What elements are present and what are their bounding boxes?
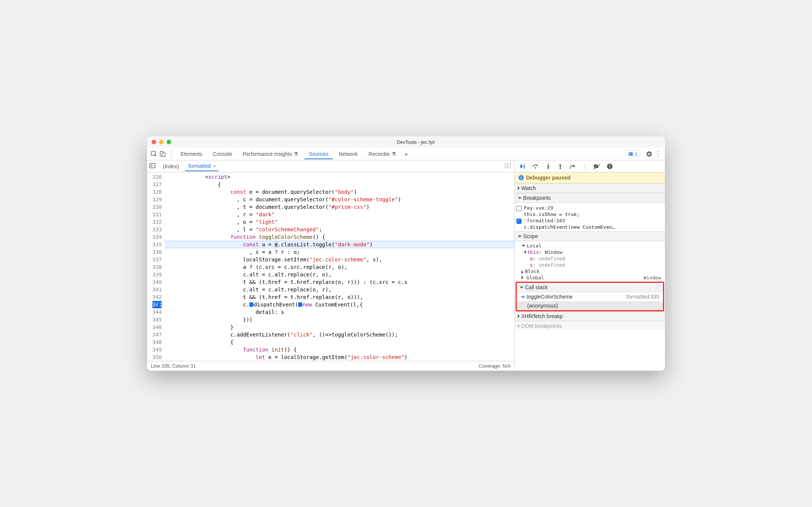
dom-label: DOM breakpoints bbox=[521, 323, 562, 329]
tab-elements[interactable]: Elements bbox=[176, 149, 207, 159]
scope-global[interactable]: GlobalWindow bbox=[515, 275, 665, 281]
svg-rect-19 bbox=[609, 167, 610, 168]
chevron-right-icon bbox=[522, 276, 523, 279]
file-tab-index[interactable]: (index) bbox=[161, 162, 181, 171]
cursor-position: Line 335, Column 31 bbox=[151, 363, 196, 369]
inspect-icon[interactable] bbox=[150, 150, 158, 158]
breakpoint-preview: c.dispatchEvent(new CustomEven… bbox=[515, 224, 665, 230]
settings-icon[interactable] bbox=[645, 150, 653, 158]
watch-panel-header[interactable]: Watch bbox=[515, 183, 665, 193]
step-into-icon[interactable] bbox=[546, 163, 551, 169]
zoom-window-button[interactable] bbox=[167, 140, 171, 144]
watch-label: Watch bbox=[521, 185, 536, 191]
flask-icon: ⚗ bbox=[391, 151, 396, 157]
code-editor[interactable]: 3263273283293303313323333343353363373383… bbox=[147, 172, 514, 361]
step-out-icon[interactable] bbox=[558, 163, 563, 169]
chevron-right-icon bbox=[518, 324, 520, 328]
xhr-label: XHR/fetch breakp bbox=[521, 313, 563, 319]
chevron-right-icon bbox=[518, 314, 520, 318]
navigator-toggle-icon[interactable] bbox=[149, 163, 157, 170]
chevron-down-icon bbox=[522, 245, 525, 247]
kebab-menu-icon[interactable]: ⋮ bbox=[654, 150, 662, 158]
paused-label: Debugger paused bbox=[526, 175, 570, 181]
svg-rect-14 bbox=[570, 166, 574, 166]
tab-performance-insights[interactable]: Performance insights ⚗ bbox=[238, 149, 303, 159]
step-icon[interactable] bbox=[570, 164, 576, 169]
minimize-window-button[interactable] bbox=[159, 140, 164, 144]
callstack-frame[interactable]: (anonymous) bbox=[517, 301, 663, 310]
breakpoints-panel-body: Pay.vue:29 this.isShow = true; :formatte… bbox=[515, 203, 665, 231]
chevron-right-icon bbox=[518, 186, 520, 190]
close-icon[interactable]: × bbox=[213, 163, 216, 169]
issues-button[interactable]: 1 bbox=[626, 150, 640, 157]
svg-rect-8 bbox=[524, 164, 525, 169]
main-content: (index) :formatted × 3263273283293303313… bbox=[147, 160, 665, 371]
svg-point-11 bbox=[547, 168, 549, 169]
panel-tabbar: Elements Console Performance insights ⚗ … bbox=[147, 148, 665, 160]
callstack-label: Call stack bbox=[525, 284, 548, 290]
window-title: DevTools - jec.fyi/ bbox=[171, 139, 660, 145]
current-frame-icon: ➔ bbox=[520, 294, 525, 300]
scope-label: Scope bbox=[523, 233, 538, 239]
breakpoint-title: Pay.vue:29 bbox=[524, 205, 553, 211]
chevron-down-icon bbox=[518, 235, 522, 237]
breakpoint-item[interactable]: :formatted:343 bbox=[515, 217, 665, 224]
line-gutter[interactable]: 3263273283293303313323333343353363373383… bbox=[147, 172, 165, 361]
frame-name: (anonymous) bbox=[520, 303, 558, 309]
callstack-frame[interactable]: ➔toggleColorScheme :formatted:335 bbox=[517, 292, 663, 301]
tab-network[interactable]: Network bbox=[334, 149, 362, 159]
code-content[interactable]: <script> { const e = document.querySelec… bbox=[165, 172, 514, 361]
frame-location: :formatted:335 bbox=[626, 294, 659, 300]
code-run-icon[interactable] bbox=[505, 163, 512, 170]
tab-sources[interactable]: Sources bbox=[304, 149, 332, 159]
debugger-pane: i Debugger paused Watch Breakpoints Pay.… bbox=[515, 160, 665, 371]
svg-point-15 bbox=[570, 167, 571, 169]
file-tab-label: :formatted bbox=[187, 163, 211, 169]
device-toggle-icon[interactable] bbox=[159, 150, 167, 158]
tab-recorder[interactable]: Recorder ⚗ bbox=[364, 149, 401, 159]
devtools-window: DevTools - jec.fyi/ Elements Console Per… bbox=[147, 136, 665, 371]
dom-breakpoints-header[interactable]: DOM breakpoints bbox=[515, 321, 665, 330]
coverage-status: Coverage: N/A bbox=[479, 363, 511, 369]
scope-var-s: s: undefined bbox=[515, 262, 665, 268]
more-tabs-icon[interactable]: » bbox=[402, 150, 410, 158]
svg-rect-3 bbox=[629, 152, 633, 155]
chevron-right-icon bbox=[525, 250, 526, 254]
checkbox-checked[interactable] bbox=[516, 219, 522, 224]
deactivate-breakpoints-icon[interactable] bbox=[593, 163, 600, 169]
scope-local[interactable]: Local bbox=[515, 243, 665, 249]
chevron-down-icon bbox=[518, 197, 522, 199]
xhr-breakpoints-header[interactable]: XHR/fetch breakp bbox=[515, 311, 665, 321]
scope-var-a: a: undefined bbox=[515, 255, 665, 262]
call-stack-section: Call stack ➔toggleColorScheme :formatted… bbox=[516, 282, 664, 311]
pause-exceptions-icon[interactable] bbox=[607, 163, 613, 169]
svg-rect-5 bbox=[629, 154, 631, 154]
scope-block[interactable]: Block bbox=[515, 268, 665, 275]
breakpoint-title: :formatted:343 bbox=[524, 218, 565, 223]
tab-console[interactable]: Console bbox=[208, 149, 236, 159]
callstack-panel-header[interactable]: Call stack bbox=[517, 283, 663, 292]
svg-rect-4 bbox=[629, 153, 632, 154]
close-window-button[interactable] bbox=[152, 140, 156, 144]
chevron-right-icon bbox=[522, 270, 523, 274]
scope-panel-body: Local this: Window a: undefined s: undef… bbox=[515, 241, 665, 282]
file-tab-formatted[interactable]: :formatted × bbox=[185, 161, 218, 171]
svg-rect-2 bbox=[162, 153, 165, 157]
checkbox-unchecked[interactable] bbox=[516, 206, 522, 211]
breakpoints-panel-header[interactable]: Breakpoints bbox=[515, 193, 665, 203]
titlebar: DevTools - jec.fyi/ bbox=[147, 136, 665, 148]
traffic-lights bbox=[152, 140, 171, 144]
frame-name: toggleColorScheme bbox=[526, 294, 573, 300]
breakpoint-item[interactable]: Pay.vue:29 bbox=[515, 204, 665, 211]
flask-icon: ⚗ bbox=[293, 151, 298, 157]
info-icon: i bbox=[519, 175, 524, 180]
step-over-icon[interactable] bbox=[532, 163, 539, 169]
scope-panel-header[interactable]: Scope bbox=[515, 231, 665, 241]
statusbar: Line 335, Column 31 Coverage: N/A bbox=[147, 361, 514, 371]
scope-var-this[interactable]: this: Window bbox=[515, 249, 665, 255]
resume-icon[interactable] bbox=[519, 163, 525, 169]
breakpoint-preview: this.isShow = true; bbox=[515, 211, 665, 217]
chevron-down-icon bbox=[520, 287, 523, 288]
svg-rect-12 bbox=[560, 165, 561, 168]
file-tabbar: (index) :formatted × bbox=[147, 160, 514, 172]
